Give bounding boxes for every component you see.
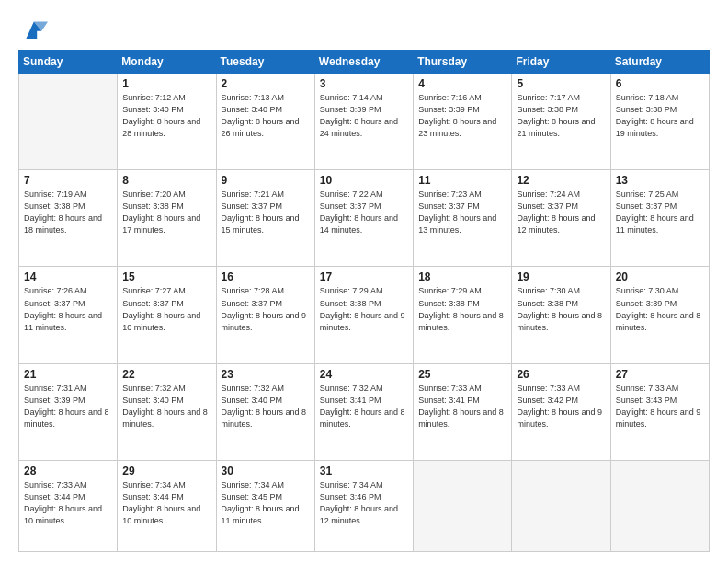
- cell-info: Sunrise: 7:29 AMSunset: 3:38 PMDaylight:…: [320, 285, 408, 333]
- day-number: 23: [222, 368, 310, 381]
- calendar-cell: 14Sunrise: 7:26 AMSunset: 3:37 PMDayligh…: [19, 267, 118, 363]
- day-number: 25: [418, 368, 506, 381]
- header: [18, 17, 710, 42]
- cell-info: Sunrise: 7:24 AMSunset: 3:37 PMDaylight:…: [517, 189, 605, 236]
- calendar-cell: 5Sunrise: 7:17 AMSunset: 3:38 PMDaylight…: [512, 74, 610, 170]
- calendar-cell: 4Sunrise: 7:16 AMSunset: 3:39 PMDaylight…: [414, 74, 512, 170]
- cell-info: Sunrise: 7:26 AMSunset: 3:37 PMDaylight:…: [24, 285, 112, 333]
- day-number: 19: [517, 270, 605, 283]
- calendar-cell: 12Sunrise: 7:24 AMSunset: 3:37 PMDayligh…: [512, 170, 610, 267]
- cell-info: Sunrise: 7:33 AMSunset: 3:41 PMDaylight:…: [418, 383, 506, 431]
- day-number: 13: [616, 174, 704, 187]
- weekday-header-thursday: Thursday: [414, 51, 512, 74]
- day-number: 26: [517, 368, 605, 381]
- cell-info: Sunrise: 7:33 AMSunset: 3:44 PMDaylight:…: [24, 479, 112, 527]
- calendar-cell: 19Sunrise: 7:30 AMSunset: 3:38 PMDayligh…: [512, 267, 610, 363]
- calendar-cell: 28Sunrise: 7:33 AMSunset: 3:44 PMDayligh…: [19, 460, 118, 551]
- week-row-5: 28Sunrise: 7:33 AMSunset: 3:44 PMDayligh…: [19, 460, 710, 551]
- day-number: 27: [616, 368, 704, 381]
- calendar-cell: 26Sunrise: 7:33 AMSunset: 3:42 PMDayligh…: [512, 363, 610, 460]
- cell-info: Sunrise: 7:34 AMSunset: 3:44 PMDaylight:…: [122, 479, 210, 527]
- cell-info: Sunrise: 7:28 AMSunset: 3:37 PMDaylight:…: [222, 285, 310, 333]
- calendar-cell: 11Sunrise: 7:23 AMSunset: 3:37 PMDayligh…: [414, 170, 512, 267]
- calendar-cell: 21Sunrise: 7:31 AMSunset: 3:39 PMDayligh…: [19, 363, 118, 460]
- cell-info: Sunrise: 7:32 AMSunset: 3:40 PMDaylight:…: [222, 383, 310, 431]
- calendar-cell: 27Sunrise: 7:33 AMSunset: 3:43 PMDayligh…: [610, 363, 709, 460]
- day-number: 8: [122, 174, 210, 187]
- day-number: 17: [320, 270, 408, 283]
- day-number: 2: [222, 77, 310, 90]
- calendar-cell: 23Sunrise: 7:32 AMSunset: 3:40 PMDayligh…: [216, 363, 314, 460]
- week-row-3: 14Sunrise: 7:26 AMSunset: 3:37 PMDayligh…: [19, 267, 710, 363]
- calendar-cell: 9Sunrise: 7:21 AMSunset: 3:37 PMDaylight…: [216, 170, 314, 267]
- cell-info: Sunrise: 7:12 AMSunset: 3:40 PMDaylight:…: [122, 92, 210, 140]
- cell-info: Sunrise: 7:17 AMSunset: 3:38 PMDaylight:…: [517, 92, 605, 140]
- calendar-cell: 22Sunrise: 7:32 AMSunset: 3:40 PMDayligh…: [118, 363, 216, 460]
- day-number: 7: [24, 174, 112, 187]
- day-number: 31: [320, 465, 408, 477]
- calendar-cell: 1Sunrise: 7:12 AMSunset: 3:40 PMDaylight…: [118, 74, 216, 170]
- day-number: 1: [122, 77, 210, 90]
- calendar-cell: 3Sunrise: 7:14 AMSunset: 3:39 PMDaylight…: [314, 74, 413, 170]
- day-number: 16: [222, 270, 310, 283]
- cell-info: Sunrise: 7:34 AMSunset: 3:45 PMDaylight:…: [222, 479, 310, 527]
- calendar-cell: [19, 74, 118, 170]
- cell-info: Sunrise: 7:23 AMSunset: 3:37 PMDaylight:…: [418, 189, 506, 236]
- day-number: 4: [418, 77, 506, 90]
- cell-info: Sunrise: 7:30 AMSunset: 3:39 PMDaylight:…: [616, 285, 704, 333]
- calendar-cell: 30Sunrise: 7:34 AMSunset: 3:45 PMDayligh…: [216, 460, 314, 551]
- day-number: 10: [320, 174, 408, 187]
- day-number: 12: [517, 174, 605, 187]
- cell-info: Sunrise: 7:20 AMSunset: 3:38 PMDaylight:…: [122, 189, 210, 236]
- cell-info: Sunrise: 7:13 AMSunset: 3:40 PMDaylight:…: [222, 92, 310, 140]
- calendar-cell: 16Sunrise: 7:28 AMSunset: 3:37 PMDayligh…: [216, 267, 314, 363]
- weekday-header-row: SundayMondayTuesdayWednesdayThursdayFrid…: [19, 51, 710, 74]
- weekday-header-friday: Friday: [512, 51, 610, 74]
- day-number: 24: [320, 368, 408, 381]
- calendar-cell: 31Sunrise: 7:34 AMSunset: 3:46 PMDayligh…: [314, 460, 413, 551]
- week-row-2: 7Sunrise: 7:19 AMSunset: 3:38 PMDaylight…: [19, 170, 710, 267]
- calendar-cell: 7Sunrise: 7:19 AMSunset: 3:38 PMDaylight…: [19, 170, 118, 267]
- calendar-cell: [610, 460, 709, 551]
- day-number: 6: [616, 77, 704, 90]
- day-number: 30: [222, 465, 310, 477]
- cell-info: Sunrise: 7:30 AMSunset: 3:38 PMDaylight:…: [517, 285, 605, 333]
- weekday-header-monday: Monday: [118, 51, 216, 74]
- cell-info: Sunrise: 7:29 AMSunset: 3:38 PMDaylight:…: [418, 285, 506, 333]
- weekday-header-saturday: Saturday: [610, 51, 709, 74]
- calendar-cell: 8Sunrise: 7:20 AMSunset: 3:38 PMDaylight…: [118, 170, 216, 267]
- calendar-cell: 20Sunrise: 7:30 AMSunset: 3:39 PMDayligh…: [610, 267, 709, 363]
- day-number: 29: [122, 465, 210, 477]
- day-number: 5: [517, 77, 605, 90]
- calendar-cell: 15Sunrise: 7:27 AMSunset: 3:37 PMDayligh…: [118, 267, 216, 363]
- cell-info: Sunrise: 7:33 AMSunset: 3:43 PMDaylight:…: [616, 383, 704, 431]
- cell-info: Sunrise: 7:18 AMSunset: 3:38 PMDaylight:…: [616, 92, 704, 140]
- cell-info: Sunrise: 7:32 AMSunset: 3:40 PMDaylight:…: [122, 383, 210, 431]
- cell-info: Sunrise: 7:14 AMSunset: 3:39 PMDaylight:…: [320, 92, 408, 140]
- day-number: 14: [24, 270, 112, 283]
- calendar-cell: [414, 460, 512, 551]
- day-number: 22: [122, 368, 210, 381]
- day-number: 11: [418, 174, 506, 187]
- cell-info: Sunrise: 7:21 AMSunset: 3:37 PMDaylight:…: [222, 189, 310, 236]
- day-number: 3: [320, 77, 408, 90]
- calendar-cell: 6Sunrise: 7:18 AMSunset: 3:38 PMDaylight…: [610, 74, 709, 170]
- logo: [18, 17, 51, 42]
- cell-info: Sunrise: 7:33 AMSunset: 3:42 PMDaylight:…: [517, 383, 605, 431]
- week-row-1: 1Sunrise: 7:12 AMSunset: 3:40 PMDaylight…: [19, 74, 710, 170]
- logo-icon: [18, 17, 48, 42]
- day-number: 18: [418, 270, 506, 283]
- cell-info: Sunrise: 7:27 AMSunset: 3:37 PMDaylight:…: [122, 285, 210, 333]
- calendar-cell: 25Sunrise: 7:33 AMSunset: 3:41 PMDayligh…: [414, 363, 512, 460]
- day-number: 20: [616, 270, 704, 283]
- cell-info: Sunrise: 7:34 AMSunset: 3:46 PMDaylight:…: [320, 479, 408, 527]
- calendar-cell: 10Sunrise: 7:22 AMSunset: 3:37 PMDayligh…: [314, 170, 413, 267]
- cell-info: Sunrise: 7:31 AMSunset: 3:39 PMDaylight:…: [24, 383, 112, 431]
- weekday-header-wednesday: Wednesday: [314, 51, 413, 74]
- calendar-table: SundayMondayTuesdayWednesdayThursdayFrid…: [18, 50, 710, 552]
- calendar-cell: 2Sunrise: 7:13 AMSunset: 3:40 PMDaylight…: [216, 74, 314, 170]
- weekday-header-tuesday: Tuesday: [216, 51, 314, 74]
- page: SundayMondayTuesdayWednesdayThursdayFrid…: [0, 0, 728, 563]
- day-number: 9: [222, 174, 310, 187]
- day-number: 21: [24, 368, 112, 381]
